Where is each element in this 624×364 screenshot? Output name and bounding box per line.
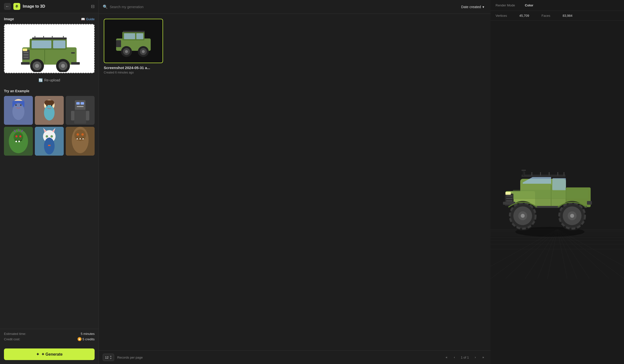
page-last-button[interactable]: » (480, 354, 487, 361)
svg-rect-7 (24, 54, 28, 55)
search-input[interactable] (110, 5, 456, 9)
svg-rect-15 (23, 48, 27, 51)
search-container: 🔍 (103, 4, 456, 9)
bottom-info: Estimated time: 5 minutes Credit cost: ◉… (0, 329, 99, 345)
middle-panel: 🔍 Date created ▾ (99, 0, 491, 364)
svg-point-89 (142, 50, 145, 53)
middle-header: 🔍 Date created ▾ (99, 0, 491, 14)
svg-point-14 (61, 64, 65, 68)
render-mode-value: Color (525, 3, 533, 7)
reupload-icon: 🔄 (39, 78, 43, 82)
faces-value: 83,984 (563, 14, 572, 18)
example-item-white-cat[interactable] (35, 127, 64, 156)
svg-rect-45 (71, 111, 74, 120)
svg-rect-131 (523, 170, 525, 176)
svg-rect-23 (45, 50, 45, 63)
svg-rect-41 (76, 102, 80, 105)
svg-rect-24 (71, 52, 75, 53)
svg-point-36 (44, 105, 54, 120)
image-upload-area[interactable] (4, 24, 95, 73)
svg-rect-81 (124, 33, 135, 39)
svg-rect-132 (521, 170, 526, 171)
svg-rect-35 (45, 100, 54, 105)
sort-button[interactable]: Date created ▾ (459, 3, 487, 10)
page-next-button[interactable]: › (472, 354, 479, 361)
header-bar: ← Image to 3D ⊟ (0, 0, 99, 13)
svg-rect-3 (32, 41, 52, 48)
svg-rect-150 (513, 190, 588, 199)
pagination: « ‹ 1 of 1 › » (443, 354, 487, 361)
example-item-green-monster[interactable] (4, 127, 33, 156)
try-example-label: Try an Example (4, 89, 95, 93)
layout-icon[interactable]: ⊟ (91, 4, 95, 9)
page-prev-button[interactable]: ‹ (451, 354, 458, 361)
svg-point-74 (81, 133, 84, 136)
page-info: 1 of 1 (461, 356, 469, 359)
svg-point-30 (12, 103, 25, 120)
svg-rect-121 (506, 200, 512, 202)
per-page-select[interactable]: 12 ▲ ▼ (103, 354, 114, 361)
coin-icon: ◉ (78, 337, 81, 341)
credit-cost-row: Credit cost: ◉ 5 credits (4, 337, 95, 341)
svg-rect-148 (587, 201, 592, 205)
svg-rect-44 (74, 111, 86, 124)
example-item-blue-hair[interactable] (4, 96, 33, 125)
svg-rect-119 (506, 195, 512, 197)
per-page-value: 12 (105, 356, 108, 359)
right-panel: Render Mode Color Vertices 45,709 Faces … (491, 0, 624, 364)
generate-button[interactable]: ✦ ✦ Generate (4, 348, 95, 360)
vertices-value: 45,709 (519, 14, 529, 18)
app-logo (13, 3, 20, 10)
credit-cost-value: ◉ 5 credits (78, 337, 95, 341)
card-image (104, 19, 163, 63)
back-button[interactable]: ← (4, 3, 11, 10)
svg-rect-18 (43, 36, 44, 39)
card-subtitle: Created 6 minutes ago (104, 71, 163, 74)
svg-point-73 (77, 133, 79, 136)
svg-rect-82 (136, 33, 143, 39)
left-panel: ← Image to 3D ⊟ Image 📖 Guide (0, 0, 99, 364)
jeep-image-placeholder (4, 24, 94, 73)
svg-rect-4 (53, 41, 65, 48)
example-item-robot[interactable] (66, 96, 95, 125)
reupload-button[interactable]: 🔄 Re-upload (4, 76, 95, 84)
guide-link[interactable]: 📖 Guide (81, 17, 95, 21)
svg-rect-67 (48, 145, 51, 146)
credit-cost-label: Credit cost: (4, 337, 20, 341)
viewport-3d[interactable] (491, 21, 624, 364)
page-first-button[interactable]: « (443, 354, 450, 361)
example-grid (4, 96, 95, 156)
estimated-time-label: Estimated time: (4, 332, 26, 336)
svg-point-54 (19, 136, 21, 137)
svg-point-146 (570, 214, 574, 218)
svg-rect-17 (35, 36, 35, 39)
svg-point-38 (51, 105, 52, 106)
book-icon: 📖 (81, 17, 85, 21)
svg-rect-6 (24, 52, 28, 53)
svg-rect-122 (505, 192, 511, 195)
estimated-time-row: Estimated time: 5 minutes (4, 332, 95, 336)
svg-rect-120 (506, 198, 512, 199)
svg-rect-19 (52, 36, 52, 39)
app-title: Image to 3D (23, 4, 88, 9)
svg-point-86 (125, 50, 128, 53)
render-mode-label: Render Mode (495, 3, 515, 7)
left-content: Image 📖 Guide (0, 13, 99, 329)
example-item-brown-hair[interactable] (35, 96, 64, 125)
search-icon: 🔍 (103, 4, 108, 9)
per-page-arrows[interactable]: ▲ ▼ (109, 355, 112, 360)
sparkle-icon: ✦ (36, 352, 39, 357)
example-item-wood-creature[interactable] (66, 127, 95, 156)
svg-rect-22 (71, 62, 80, 65)
svg-rect-129 (557, 172, 558, 176)
svg-rect-20 (63, 36, 64, 39)
svg-rect-55 (16, 141, 17, 142)
svg-point-63 (46, 135, 48, 137)
svg-rect-127 (540, 172, 541, 176)
svg-rect-128 (549, 172, 550, 176)
svg-rect-8 (24, 57, 28, 58)
svg-rect-40 (75, 100, 85, 110)
generation-card[interactable]: Screenshot 2024-05-31 a... Created 6 min… (104, 19, 163, 74)
svg-rect-56 (19, 141, 20, 142)
svg-rect-130 (564, 172, 565, 176)
